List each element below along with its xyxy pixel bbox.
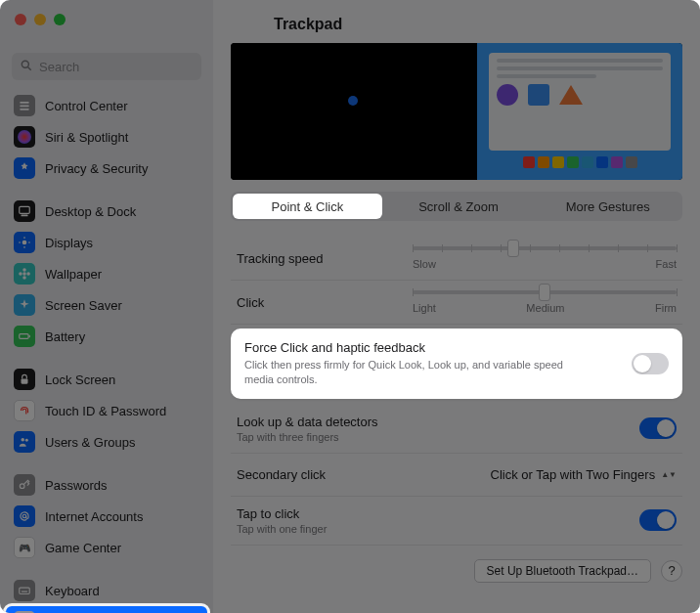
siri-icon (14, 126, 35, 148)
sidebar-item-users-groups[interactable]: Users & Groups (6, 426, 207, 458)
game-icon: 🎮 (14, 537, 35, 558)
preview-desktop (477, 43, 682, 180)
click-row: Click LightMediumFirm (231, 281, 682, 325)
sidebar-item-label: Displays (45, 236, 93, 250)
svg-rect-2 (20, 102, 28, 104)
secondary-click-popup[interactable]: Click or Tap with Two Fingers ▲▼ (491, 467, 677, 482)
svg-point-7 (22, 241, 27, 245)
svg-rect-5 (20, 206, 30, 213)
sidebar-item-displays[interactable]: Displays (6, 227, 207, 258)
sidebar-item-wallpaper[interactable]: Wallpaper (6, 258, 207, 289)
preview-window (489, 53, 671, 151)
chevron-up-down-icon: ▲▼ (661, 471, 677, 478)
fingerprint-icon (14, 400, 35, 421)
svg-rect-18 (29, 335, 30, 337)
svg-rect-3 (20, 105, 28, 107)
force-click-title: Force Click and haptic feedback (244, 340, 632, 355)
help-button[interactable]: ? (661, 560, 682, 582)
minimize-button[interactable] (34, 14, 46, 25)
svg-point-15 (19, 272, 22, 276)
main-pane: Trackpad Point & ClickScroll & ZoomMore … (213, 0, 700, 613)
svg-point-16 (26, 272, 30, 276)
search-input[interactable] (12, 53, 201, 80)
force-click-toggle[interactable] (632, 353, 669, 374)
sidebar-list: Control CenterSiri & SpotlightPrivacy & … (0, 90, 213, 613)
at-icon (14, 505, 35, 527)
svg-rect-6 (22, 215, 28, 217)
setup-bluetooth-button[interactable]: Set Up Bluetooth Trackpad… (474, 559, 651, 583)
svg-rect-24 (20, 588, 30, 593)
tab-point-click[interactable]: Point & Click (233, 194, 382, 219)
tracking-speed-label: Tracking speed (237, 251, 413, 266)
svg-point-13 (22, 268, 26, 272)
zoom-button[interactable] (54, 14, 66, 25)
sidebar-item-label: Keyboard (45, 584, 100, 598)
sidebar-item-label: Wallpaper (45, 267, 102, 282)
sidebar-item-keyboard[interactable]: Keyboard (6, 575, 207, 606)
sidebar-item-siri-spotlight[interactable]: Siri & Spotlight (6, 121, 207, 153)
close-button[interactable] (15, 14, 26, 25)
svg-point-21 (25, 439, 28, 442)
svg-rect-17 (20, 334, 28, 339)
sidebar-item-battery[interactable]: Battery (6, 321, 207, 352)
svg-point-14 (22, 276, 26, 280)
users-icon (14, 431, 35, 453)
click-label: Click (237, 295, 413, 310)
sidebar-item-label: Desktop & Dock (45, 204, 136, 219)
lookup-row: Look up & data detectors Tap with three … (231, 405, 682, 454)
sparkle-icon (14, 294, 35, 316)
sidebar-item-control-center[interactable]: Control Center (6, 90, 207, 121)
lookup-toggle[interactable] (639, 417, 677, 439)
sidebar-item-label: Game Center (45, 541, 121, 555)
sun-icon (14, 232, 35, 253)
preview-color-row (489, 156, 671, 168)
window-controls (15, 14, 66, 25)
preview-cursor-dot (348, 96, 358, 106)
lookup-sub: Tap with three fingers (237, 431, 639, 443)
battery-icon (14, 326, 35, 347)
footer: Set Up Bluetooth Trackpad… ? (231, 559, 682, 583)
click-slider[interactable] (413, 290, 677, 294)
lookup-title: Look up & data detectors (237, 415, 639, 429)
tab-more-gestures[interactable]: More Gestures (533, 192, 682, 221)
settings-window: Control CenterSiri & SpotlightPrivacy & … (0, 0, 700, 613)
tracking-speed-slider[interactable] (413, 246, 677, 250)
preview-trackpad (231, 43, 477, 180)
lock-icon (14, 369, 35, 390)
sidebar-item-label: Internet Accounts (45, 509, 143, 524)
tab-scroll-zoom[interactable]: Scroll & Zoom (384, 192, 534, 221)
preview-circle (497, 84, 518, 106)
hand-icon (14, 157, 35, 179)
sidebar: Control CenterSiri & SpotlightPrivacy & … (0, 0, 213, 613)
flower-icon (14, 263, 35, 285)
tap-to-click-toggle[interactable] (639, 509, 677, 531)
tap-title: Tap to click (237, 506, 639, 521)
sidebar-item-touch-id-password[interactable]: Touch ID & Password (6, 395, 207, 426)
search-icon (20, 59, 33, 76)
sidebar-item-screen-saver[interactable]: Screen Saver (6, 289, 207, 321)
tab-bar: Point & ClickScroll & ZoomMore Gestures (231, 192, 682, 221)
sidebar-item-label: Passwords (45, 478, 108, 493)
svg-point-12 (22, 272, 26, 276)
sidebar-item-desktop-dock[interactable]: Desktop & Dock (6, 196, 207, 227)
sidebar-item-label: Battery (45, 329, 85, 344)
sidebar-item-game-center[interactable]: 🎮Game Center (6, 532, 207, 563)
preview-square (528, 84, 549, 106)
keyboard-icon (14, 580, 35, 601)
secondary-click-title: Secondary click (237, 467, 373, 482)
dock-icon (14, 200, 35, 222)
svg-line-1 (27, 66, 30, 69)
sliders-icon (14, 95, 35, 116)
sidebar-item-privacy-security[interactable]: Privacy & Security (6, 153, 207, 184)
tracking-speed-row: Tracking speed SlowFast (231, 237, 682, 281)
tap-to-click-row: Tap to click Tap with one finger (231, 497, 682, 546)
tap-sub: Tap with one finger (237, 523, 639, 535)
sidebar-item-passwords[interactable]: Passwords (6, 469, 207, 501)
force-click-row: Force Click and haptic feedback Click th… (231, 328, 682, 399)
sidebar-item-trackpad[interactable]: Trackpad (6, 606, 207, 613)
sidebar-item-internet-accounts[interactable]: Internet Accounts (6, 501, 207, 532)
sidebar-item-lock-screen[interactable]: Lock Screen (6, 364, 207, 395)
svg-point-22 (20, 484, 24, 489)
force-click-desc: Click then press firmly for Quick Look, … (244, 358, 577, 387)
preview-triangle (559, 85, 583, 105)
